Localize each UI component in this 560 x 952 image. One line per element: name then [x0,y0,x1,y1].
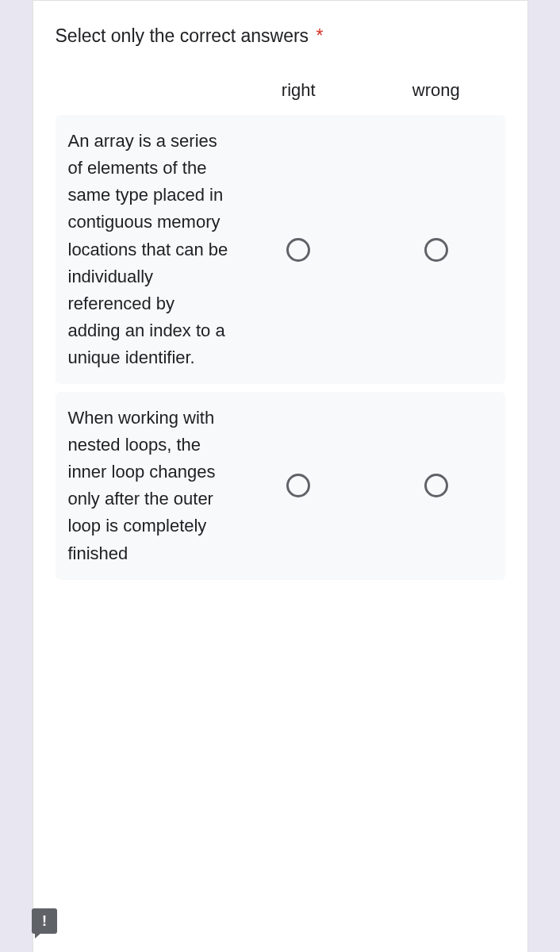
radio-right-row1[interactable] [286,238,310,262]
grid-header: right wrong [56,80,505,101]
radio-cell [230,238,368,262]
radio-wrong-row1[interactable] [424,238,448,262]
grid-header-spacer [56,80,230,101]
question-title-text: Select only the correct answers [56,25,309,46]
row-label: An array is a series of elements of the … [68,128,230,371]
grid-row: An array is a series of elements of the … [56,115,505,384]
required-asterisk: * [316,25,323,46]
radio-cell [367,474,505,497]
exclamation-icon: ! [42,913,47,930]
radio-right-row2[interactable] [286,474,310,497]
column-header-right: right [230,80,368,101]
question-card: Select only the correct answers * right … [33,0,528,952]
radio-wrong-row2[interactable] [424,474,448,497]
radio-cell [367,238,505,262]
row-label: When working with nested loops, the inne… [68,405,230,567]
feedback-icon[interactable]: ! [32,908,57,934]
grid-row: When working with nested loops, the inne… [56,392,505,580]
radio-cell [230,474,368,497]
question-title: Select only the correct answers * [56,23,505,48]
column-header-wrong: wrong [367,80,505,101]
